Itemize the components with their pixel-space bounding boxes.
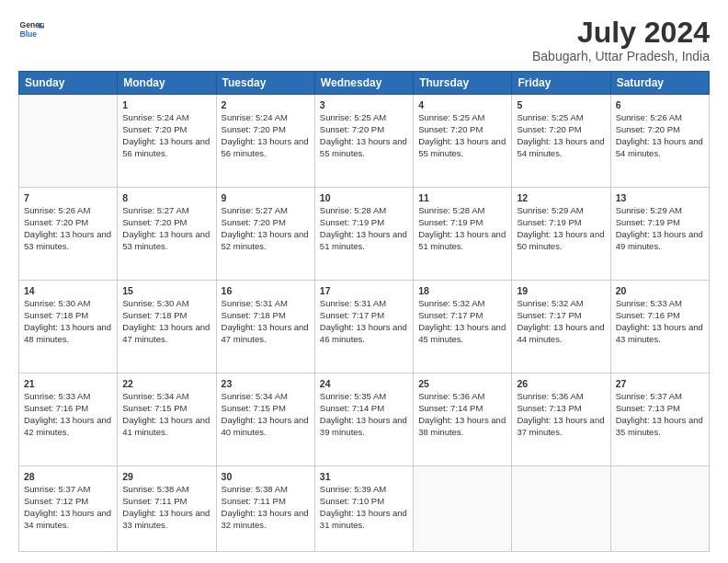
calendar-table: Sunday Monday Tuesday Wednesday Thursday… xyxy=(18,71,710,552)
col-saturday: Saturday xyxy=(610,72,709,95)
calendar-cell xyxy=(610,466,709,552)
calendar-cell: 17Sunrise: 5:31 AMSunset: 7:17 PMDayligh… xyxy=(314,281,413,373)
title-block: July 2024 Babugarh, Uttar Pradesh, India xyxy=(532,17,710,63)
calendar-cell: 19Sunrise: 5:32 AMSunset: 7:17 PMDayligh… xyxy=(512,281,610,373)
calendar-cell: 11Sunrise: 5:28 AMSunset: 7:19 PMDayligh… xyxy=(414,188,512,281)
calendar-cell: 23Sunrise: 5:34 AMSunset: 7:15 PMDayligh… xyxy=(216,373,314,466)
calendar-cell: 4Sunrise: 5:25 AMSunset: 7:20 PMDaylight… xyxy=(414,95,512,188)
day-number: 4 xyxy=(418,98,506,111)
svg-text:Blue: Blue xyxy=(20,29,38,39)
day-number: 12 xyxy=(517,191,605,204)
day-number: 25 xyxy=(418,377,506,390)
day-number: 13 xyxy=(616,191,704,204)
day-number: 15 xyxy=(122,284,210,297)
logo: General Blue xyxy=(18,17,44,42)
calendar-cell: 6Sunrise: 5:26 AMSunset: 7:20 PMDaylight… xyxy=(610,95,709,188)
calendar-cell: 14Sunrise: 5:30 AMSunset: 7:18 PMDayligh… xyxy=(19,281,118,373)
col-friday: Friday xyxy=(512,72,610,95)
calendar-cell xyxy=(512,466,610,552)
day-number: 3 xyxy=(320,98,408,111)
week-row-1: 1Sunrise: 5:24 AMSunset: 7:20 PMDaylight… xyxy=(19,95,710,188)
calendar-cell: 18Sunrise: 5:32 AMSunset: 7:17 PMDayligh… xyxy=(414,281,512,373)
col-thursday: Thursday xyxy=(414,72,512,95)
day-number: 1 xyxy=(122,98,210,111)
calendar-cell: 15Sunrise: 5:30 AMSunset: 7:18 PMDayligh… xyxy=(118,281,216,373)
calendar-cell: 9Sunrise: 5:27 AMSunset: 7:20 PMDaylight… xyxy=(216,188,314,281)
calendar-cell xyxy=(414,466,512,552)
day-number: 2 xyxy=(222,98,310,111)
location-subtitle: Babugarh, Uttar Pradesh, India xyxy=(532,49,710,63)
col-wednesday: Wednesday xyxy=(314,72,413,95)
week-row-4: 21Sunrise: 5:33 AMSunset: 7:16 PMDayligh… xyxy=(19,373,710,466)
day-number: 19 xyxy=(517,284,605,297)
day-number: 8 xyxy=(122,191,210,204)
calendar-cell: 22Sunrise: 5:34 AMSunset: 7:15 PMDayligh… xyxy=(118,373,216,466)
calendar-cell: 24Sunrise: 5:35 AMSunset: 7:14 PMDayligh… xyxy=(314,373,413,466)
day-number: 9 xyxy=(222,191,310,204)
day-number: 23 xyxy=(222,377,310,390)
calendar-cell: 20Sunrise: 5:33 AMSunset: 7:16 PMDayligh… xyxy=(610,281,709,373)
calendar-cell: 5Sunrise: 5:25 AMSunset: 7:20 PMDaylight… xyxy=(512,95,610,188)
header: General Blue July 2024 Babugarh, Uttar P… xyxy=(18,17,710,63)
day-number: 16 xyxy=(222,284,310,297)
day-number: 21 xyxy=(24,377,112,390)
day-number: 18 xyxy=(418,284,506,297)
day-number: 6 xyxy=(616,98,704,111)
calendar-cell: 13Sunrise: 5:29 AMSunset: 7:19 PMDayligh… xyxy=(610,188,709,281)
calendar-cell: 1Sunrise: 5:24 AMSunset: 7:20 PMDaylight… xyxy=(118,95,216,188)
col-sunday: Sunday xyxy=(19,72,118,95)
calendar-cell: 30Sunrise: 5:38 AMSunset: 7:11 PMDayligh… xyxy=(216,466,314,552)
week-row-3: 14Sunrise: 5:30 AMSunset: 7:18 PMDayligh… xyxy=(19,281,710,373)
calendar-cell: 25Sunrise: 5:36 AMSunset: 7:14 PMDayligh… xyxy=(414,373,512,466)
calendar-page: General Blue July 2024 Babugarh, Uttar P… xyxy=(0,0,728,563)
calendar-cell xyxy=(19,95,118,188)
calendar-cell: 16Sunrise: 5:31 AMSunset: 7:18 PMDayligh… xyxy=(216,281,314,373)
day-number: 29 xyxy=(122,470,210,483)
calendar-header-row: Sunday Monday Tuesday Wednesday Thursday… xyxy=(19,72,710,95)
day-number: 22 xyxy=(122,377,210,390)
calendar-cell: 29Sunrise: 5:38 AMSunset: 7:11 PMDayligh… xyxy=(118,466,216,552)
col-tuesday: Tuesday xyxy=(216,72,314,95)
calendar-cell: 26Sunrise: 5:36 AMSunset: 7:13 PMDayligh… xyxy=(512,373,610,466)
day-number: 24 xyxy=(320,377,408,390)
calendar-cell: 31Sunrise: 5:39 AMSunset: 7:10 PMDayligh… xyxy=(314,466,413,552)
day-number: 31 xyxy=(320,470,408,483)
day-number: 20 xyxy=(616,284,704,297)
week-row-2: 7Sunrise: 5:26 AMSunset: 7:20 PMDaylight… xyxy=(19,188,710,281)
calendar-cell: 27Sunrise: 5:37 AMSunset: 7:13 PMDayligh… xyxy=(610,373,709,466)
calendar-cell: 10Sunrise: 5:28 AMSunset: 7:19 PMDayligh… xyxy=(314,188,413,281)
col-monday: Monday xyxy=(118,72,216,95)
day-number: 14 xyxy=(24,284,112,297)
week-row-5: 28Sunrise: 5:37 AMSunset: 7:12 PMDayligh… xyxy=(19,466,710,552)
calendar-cell: 12Sunrise: 5:29 AMSunset: 7:19 PMDayligh… xyxy=(512,188,610,281)
month-title: July 2024 xyxy=(532,17,710,49)
calendar-cell: 3Sunrise: 5:25 AMSunset: 7:20 PMDaylight… xyxy=(314,95,413,188)
day-number: 5 xyxy=(517,98,605,111)
day-number: 17 xyxy=(320,284,408,297)
day-number: 10 xyxy=(320,191,408,204)
day-number: 26 xyxy=(517,377,605,390)
day-number: 28 xyxy=(24,470,112,483)
calendar-cell: 7Sunrise: 5:26 AMSunset: 7:20 PMDaylight… xyxy=(19,188,118,281)
day-number: 27 xyxy=(616,377,704,390)
day-number: 11 xyxy=(418,191,506,204)
calendar-cell: 28Sunrise: 5:37 AMSunset: 7:12 PMDayligh… xyxy=(19,466,118,552)
day-number: 30 xyxy=(222,470,310,483)
logo-icon: General Blue xyxy=(18,17,44,42)
calendar-cell: 21Sunrise: 5:33 AMSunset: 7:16 PMDayligh… xyxy=(19,373,118,466)
calendar-cell: 8Sunrise: 5:27 AMSunset: 7:20 PMDaylight… xyxy=(118,188,216,281)
calendar-cell: 2Sunrise: 5:24 AMSunset: 7:20 PMDaylight… xyxy=(216,95,314,188)
day-number: 7 xyxy=(24,191,112,204)
